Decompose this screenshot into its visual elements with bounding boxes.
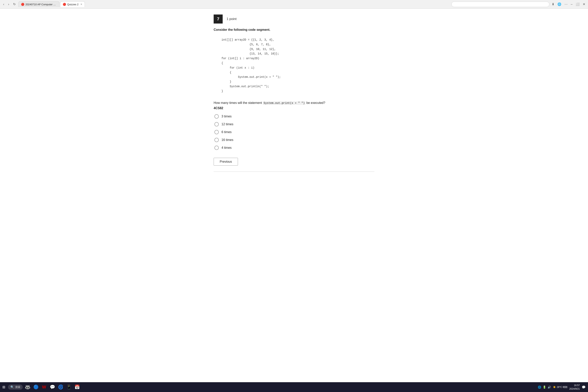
answer-label-b: 12 times <box>222 122 233 126</box>
reload-button[interactable]: ↻ <box>12 2 17 7</box>
answer-label-c: 6 times <box>222 130 232 134</box>
divider <box>214 172 374 172</box>
page-content: 7 1 point Consider the following code se… <box>206 8 382 184</box>
tab-1[interactable]: 🔴 20240710 AP Computer Science <box>18 1 60 7</box>
answer-choice-b[interactable]: 12 times <box>214 122 374 126</box>
answer-choice-a[interactable]: 3 times <box>214 114 374 118</box>
answer-choice-d[interactable]: 16 times <box>214 138 374 142</box>
inline-code: System.out.print(x + " ") <box>263 101 306 105</box>
question-text-line: How many times will the statement System… <box>214 100 374 106</box>
minimize-button[interactable]: – <box>570 2 573 6</box>
answer-label-e: 4 times <box>222 146 232 150</box>
answer-choices: 3 times 12 times 6 times 16 times 4 time… <box>214 114 374 150</box>
question-header: 7 1 point <box>214 14 374 24</box>
close-button[interactable]: ✕ <box>582 2 586 6</box>
radio-a[interactable] <box>214 114 219 118</box>
radio-d[interactable] <box>214 138 219 142</box>
tab2-close[interactable]: ✕ <box>80 3 82 6</box>
question-prompt: Consider the following code segment. <box>214 28 374 32</box>
globe-icon[interactable]: 🌐 <box>557 2 562 6</box>
question-number: 7 <box>214 14 223 24</box>
more-icon[interactable]: ⋯ <box>564 2 568 6</box>
download-icon[interactable]: ⬇ <box>551 2 555 6</box>
answer-choice-c[interactable]: 6 times <box>214 130 374 134</box>
question-text-suffix: be executed? <box>306 101 325 104</box>
radio-b[interactable] <box>214 122 219 126</box>
tab1-favicon: 🔴 <box>21 3 24 6</box>
tab2-label: Quizzes 2 <box>67 3 78 6</box>
answer-label-a: 3 times <box>222 115 232 118</box>
back-button[interactable]: ‹ <box>2 2 5 7</box>
question-text-prefix: How many times will the statement <box>214 101 262 104</box>
address-bar[interactable] <box>452 2 550 7</box>
question-points: 1 point <box>226 17 236 21</box>
radio-c[interactable] <box>214 130 219 134</box>
question-subtitle: 4CS82 <box>214 106 374 110</box>
code-block: int[][] array2D = {{1, 2, 3, 4}, {5, 6, … <box>214 36 374 96</box>
browser-icons: ⬇ 🌐 ⋯ – ⬜ ✕ <box>551 2 586 6</box>
tab2-favicon: 🔴 <box>63 3 66 6</box>
previous-button[interactable]: Previous <box>214 158 238 166</box>
tab-2[interactable]: 🔴 Quizzes 2 ✕ <box>60 1 85 7</box>
radio-e[interactable] <box>214 146 219 150</box>
tab-bar: 🔴 20240710 AP Computer Science 🔴 Quizzes… <box>18 1 450 7</box>
restore-button[interactable]: ⬜ <box>575 2 580 6</box>
browser-chrome: ‹ › ↻ 🔴 20240710 AP Computer Science 🔴 Q… <box>0 0 588 8</box>
tab1-label: 20240710 AP Computer Science <box>26 3 57 6</box>
forward-button[interactable]: › <box>7 2 10 7</box>
answer-choice-e[interactable]: 4 times <box>214 146 374 150</box>
answer-label-d: 16 times <box>222 138 233 142</box>
